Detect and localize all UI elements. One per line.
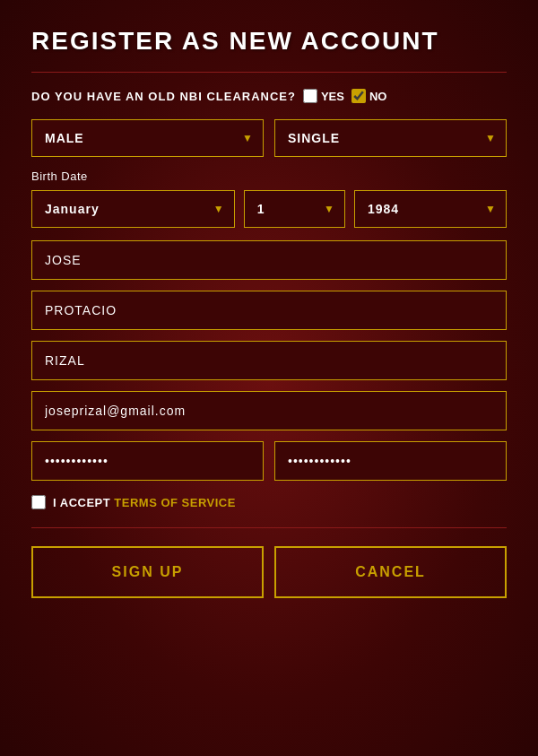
nbi-clearance-row: DO YOU HAVE AN OLD NBI CLEARANCE? YES NO (31, 89, 507, 103)
email-input[interactable] (31, 391, 507, 430)
register-form: REGISTER AS NEW ACCOUNT DO YOU HAVE AN O… (13, 0, 525, 625)
bottom-divider (31, 527, 507, 528)
password-row (31, 441, 507, 481)
nbi-question-label: DO YOU HAVE AN OLD NBI CLEARANCE? (31, 90, 296, 103)
civil-status-select[interactable]: SINGLE MARRIED WIDOWED SEPARATED (274, 119, 507, 157)
gender-select-wrapper: MALE FEMALE ▼ (31, 119, 264, 157)
buttons-row: SIGN UP CANCEL (31, 546, 507, 598)
day-select[interactable]: 12345 678910 1112131415 1617181920 21222… (244, 190, 345, 228)
terms-label: I ACCEPT (53, 496, 114, 509)
middle-name-input[interactable] (31, 291, 507, 330)
nbi-yes-option[interactable]: YES (303, 89, 344, 103)
birth-date-label: Birth Date (31, 169, 507, 183)
civil-status-select-wrapper: SINGLE MARRIED WIDOWED SEPARATED ▼ (274, 119, 507, 157)
nbi-no-checkbox[interactable] (351, 89, 366, 103)
year-select-wrapper: 1980198119821983 1984198519861987 198819… (354, 190, 507, 228)
day-select-wrapper: 12345 678910 1112131415 1617181920 21222… (244, 190, 345, 228)
gender-select[interactable]: MALE FEMALE (31, 119, 264, 157)
nbi-yes-label: YES (321, 90, 344, 103)
birth-date-row: January February March April May June Ju… (31, 190, 507, 228)
cancel-button[interactable]: CANCEL (274, 546, 507, 598)
confirm-password-input[interactable] (274, 441, 507, 481)
gender-civil-row: MALE FEMALE ▼ SINGLE MARRIED WIDOWED SEP… (31, 119, 507, 157)
nbi-yes-checkbox[interactable] (303, 89, 317, 103)
nbi-no-label: NO (369, 90, 387, 103)
terms-of-service-link[interactable]: TERMS OF SERVICE (114, 496, 236, 509)
year-select[interactable]: 1980198119821983 1984198519861987 198819… (354, 190, 507, 228)
last-name-input[interactable] (31, 341, 507, 380)
terms-row: I ACCEPT TERMS OF SERVICE (31, 495, 507, 509)
month-select[interactable]: January February March April May June Ju… (31, 190, 235, 228)
first-name-input[interactable] (31, 240, 507, 280)
page-title: REGISTER AS NEW ACCOUNT (31, 27, 507, 56)
password-input[interactable] (31, 441, 264, 481)
terms-text: I ACCEPT TERMS OF SERVICE (53, 496, 236, 509)
nbi-no-option[interactable]: NO (351, 89, 387, 103)
month-select-wrapper: January February March April May June Ju… (31, 190, 235, 228)
top-divider (31, 72, 507, 73)
signup-button[interactable]: SIGN UP (31, 546, 264, 598)
terms-checkbox[interactable] (31, 495, 46, 509)
